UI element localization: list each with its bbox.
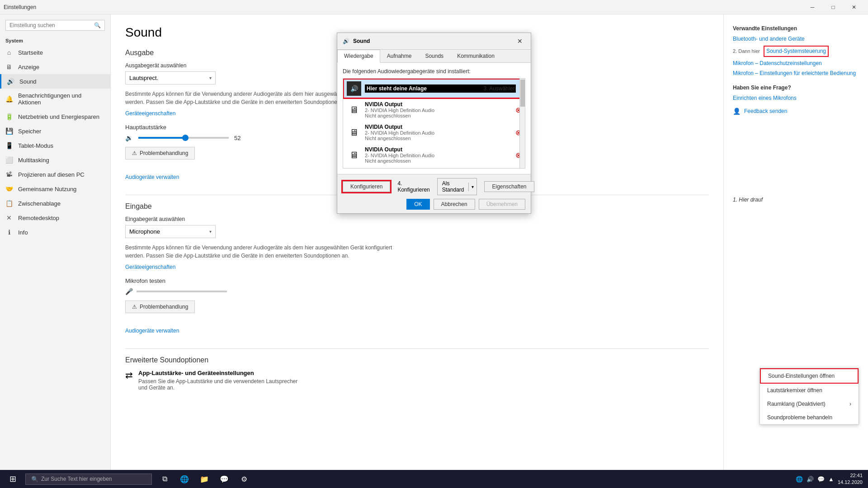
dialog-tab-wiedergabe[interactable]: Wiedergabe xyxy=(337,50,380,63)
context-menu-item-3[interactable]: Soundprobleme behandeln xyxy=(760,411,859,424)
context-menu-item-1[interactable]: Lautstärkemixer öffnen xyxy=(760,384,859,397)
mikrofon-datenschutz-link[interactable]: Mikrofon – Datenschutzeinstellungen xyxy=(733,60,859,67)
device-icon-0: 🔊 xyxy=(347,81,361,96)
volume-taskbar-icon[interactable]: 🔊 xyxy=(807,476,814,483)
ausgabe-dropdown[interactable]: Lautsprect. ▾ xyxy=(125,71,216,84)
taskbar-date-value: 14.12.2020 xyxy=(838,479,863,486)
device-item-0[interactable]: 🔊 Hier steht deine Anlage 3. Auswählen xyxy=(343,79,525,99)
sidebar-item-netzbetrieb[interactable]: 🔋 Netzbetrieb und Energiesparen xyxy=(0,109,110,124)
sidebar-item-info[interactable]: ℹ Info xyxy=(0,225,110,239)
configure-button[interactable]: Konfigurieren xyxy=(343,181,390,192)
dialog-tab-aufnahme[interactable]: Aufnahme xyxy=(380,50,419,62)
sidebar-item-projizieren[interactable]: 📽 Projizieren auf diesen PC xyxy=(0,167,110,182)
sidebar-item-benachrichtigungen[interactable]: 🔔 Benachrichtigungen und Aktionen xyxy=(0,89,110,109)
sound-dialog: 🔊 Sound ✕ Wiedergabe Aufnahme Sounds Kom… xyxy=(337,33,531,214)
mikrofon-test-label: Mikrofon testen xyxy=(125,277,709,284)
audio-geraete-link[interactable]: Audiogeräte verwalten xyxy=(125,174,179,180)
sidebar-item-remotedesktop[interactable]: ✕ Remotedesktop xyxy=(0,211,110,225)
sound-steuerung-link[interactable]: Sound-Systemsteuerung xyxy=(764,46,829,57)
explorer-button[interactable]: 📁 xyxy=(195,470,213,488)
maximize-button[interactable]: □ xyxy=(823,0,844,14)
sidebar-item-label-benachrichtigungen: Benachrichtigungen und Aktionen xyxy=(18,92,105,106)
taskbar-clock[interactable]: 22:41 14.12.2020 xyxy=(838,472,863,486)
sidebar-item-label-gemeinsame: Gemeinsame Nutzung xyxy=(18,186,76,192)
sidebar-item-anzeige[interactable]: 🖥 Anzeige xyxy=(0,60,110,74)
dialog-close-button[interactable]: ✕ xyxy=(514,37,525,46)
ausgabe-geraete-link[interactable]: Geräteeigenschaften xyxy=(125,110,175,117)
sidebar-item-multitasking[interactable]: ⬜ Multitasking xyxy=(0,153,110,167)
cortana-button[interactable]: 💬 xyxy=(215,470,233,488)
notification-icon: 🔔 xyxy=(5,95,13,103)
mic-slider-row: 🎤 xyxy=(125,288,709,295)
chevron-icon[interactable]: ▲ xyxy=(828,476,834,483)
verwandte-title: Verwandte Einstellungen xyxy=(733,25,859,32)
minimize-button[interactable]: ─ xyxy=(802,0,823,14)
mic-slider[interactable] xyxy=(137,291,227,292)
sidebar-item-label-remotedesktop: Remotedesktop xyxy=(18,215,59,221)
sidebar-item-sound[interactable]: 🔊 Sound xyxy=(0,74,110,89)
einrichten-link[interactable]: Einrichten eines Mikrofons xyxy=(733,94,859,102)
abbrechen-button[interactable]: Abbrechen xyxy=(434,199,475,210)
taskbar: ⊞ 🔍 ⧉ 🌐 📁 💬 ⚙ 🌐 🔊 💬 ▲ 22:41 14.12.2020 xyxy=(0,470,868,488)
sidebar-item-label-projizieren: Projizieren auf diesen PC xyxy=(18,171,85,178)
context-item-label-3: Soundprobleme behandeln xyxy=(767,414,832,421)
volume-slider[interactable] xyxy=(138,137,229,139)
problem-btn-ausgabe[interactable]: ⚠ Problembehandlung xyxy=(125,147,195,160)
dialog-title: 🔊 Sound xyxy=(343,38,370,44)
annotation-area: 1. Hier drauf xyxy=(733,197,859,203)
scrollbar[interactable] xyxy=(519,79,525,168)
audio-geraete-link2[interactable]: Audiogeräte verwalten xyxy=(125,328,179,334)
eingabe-geraete-link[interactable]: Geräteeigenschaften xyxy=(125,264,175,270)
taskbar-search-input[interactable] xyxy=(41,476,146,482)
app-lautstarke-title: App-Lautstärke- und Geräteeinstellungen xyxy=(138,370,301,376)
context-menu-item-2[interactable]: Raumklang (Deaktiviert) › xyxy=(760,397,859,411)
dialog-tab-kommunikation[interactable]: Kommunikation xyxy=(450,50,501,62)
scrollbar-thumb xyxy=(520,80,525,107)
volume-icon: 🔉 xyxy=(125,134,133,141)
sidebar-item-startseite[interactable]: ⌂ Startseite xyxy=(0,45,110,60)
ok-button[interactable]: OK xyxy=(406,199,429,210)
device-item-1[interactable]: 🖥 NVIDIA Output 2- NVIDIA High Definitio… xyxy=(343,99,525,121)
context-menu-item-0[interactable]: Sound-Einstellungen öffnen xyxy=(760,368,859,384)
bluetooth-link[interactable]: Bluetooth- und andere Geräte xyxy=(733,35,859,43)
sidebar-item-tablet[interactable]: 📱 Tablet-Modus xyxy=(0,138,110,153)
sidebar-item-label-sound: Sound xyxy=(19,78,37,85)
als-standard-btn[interactable]: Als Standard xyxy=(438,178,469,195)
taskbar-search[interactable]: 🔍 xyxy=(25,474,152,485)
feedback-icon: 👤 xyxy=(733,108,741,115)
device-item-3[interactable]: 🖥 NVIDIA Output 2- NVIDIA High Definitio… xyxy=(343,144,525,166)
device-status-1: Nicht angeschlossen xyxy=(365,113,510,118)
sidebar-item-label-speicher: Speicher xyxy=(18,128,41,135)
context-item-label-2: Raumklang (Deaktiviert) xyxy=(767,401,826,407)
problem-btn-eingabe[interactable]: ⚠ Problembehandlung xyxy=(125,300,195,313)
device-item-headset[interactable]: 🎧 ✓ Standardkommunikationsgerät xyxy=(343,166,525,169)
storage-icon: 💾 xyxy=(5,127,13,135)
sidebar-item-gemeinsame[interactable]: 🤝 Gemeinsame Nutzung xyxy=(0,182,110,196)
feedback-link[interactable]: Feedback senden xyxy=(744,108,787,115)
network-icon[interactable]: 🌐 xyxy=(796,476,803,483)
problem-btn-label: Problembehandlung xyxy=(140,150,188,156)
search-icon: 🔍 xyxy=(94,22,101,28)
mikrofon-einstellungen-link[interactable]: Mikrofon – Einstellungen für erleichtert… xyxy=(733,70,859,77)
device-info-2: NVIDIA Output 2- NVIDIA High Definition … xyxy=(365,124,510,141)
sidebar-item-label-netzbetrieb: Netzbetrieb und Energiesparen xyxy=(18,113,99,120)
search-input[interactable] xyxy=(9,22,94,28)
context-menu: Sound-Einstellungen öffnen Lautstärkemix… xyxy=(760,368,859,425)
close-button[interactable]: ✕ xyxy=(844,0,864,14)
configure-row: Konfigurieren 4. Konfigurieren Als Stand… xyxy=(343,178,525,195)
als-standard-arrow[interactable]: ▾ xyxy=(468,183,476,191)
eigenschaften-button[interactable]: Eigenschaften xyxy=(484,181,534,192)
start-button[interactable]: ⊞ xyxy=(2,470,24,488)
eingabe-dropdown[interactable]: Microphone ▾ xyxy=(125,225,216,238)
dialog-tab-sounds[interactable]: Sounds xyxy=(418,50,450,62)
edge-button[interactable]: 🌐 xyxy=(175,470,193,488)
sidebar-item-zwischenablage[interactable]: 📋 Zwischenablage xyxy=(0,196,110,211)
search-box[interactable]: 🔍 xyxy=(5,20,105,31)
task-view-button[interactable]: ⧉ xyxy=(156,470,174,488)
sidebar-item-speicher[interactable]: 💾 Speicher xyxy=(0,124,110,138)
settings-button[interactable]: ⚙ xyxy=(235,470,253,488)
device-item-2[interactable]: 🖥 NVIDIA Output 2- NVIDIA High Definitio… xyxy=(343,121,525,144)
action-center-icon[interactable]: 💬 xyxy=(817,476,825,483)
taskbar-right: 🌐 🔊 💬 ▲ 22:41 14.12.2020 xyxy=(796,472,866,486)
ubernehmen-button[interactable]: Übernehmen xyxy=(479,199,525,210)
